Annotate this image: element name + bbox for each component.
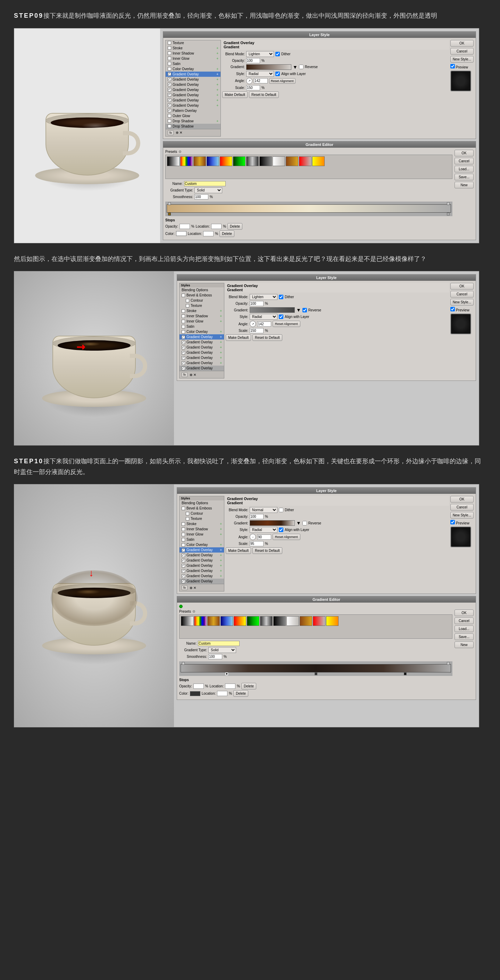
smooth-inp-2[interactable] (208, 654, 222, 659)
align-cb-3[interactable] (279, 528, 283, 532)
layer-item-satin[interactable]: Satin (166, 61, 221, 66)
cb[interactable] (186, 517, 189, 520)
blending-3[interactable]: Blending Options (179, 500, 224, 506)
cb[interactable] (182, 522, 185, 526)
loc-inp-2b[interactable] (217, 691, 227, 696)
cb[interactable] (182, 548, 185, 552)
cb[interactable] (182, 580, 185, 583)
gear-icon[interactable]: ⚙ (178, 150, 182, 154)
layer-item-texture[interactable]: Texture (166, 40, 221, 46)
bottom-stop-2b[interactable] (314, 673, 317, 675)
checkbox[interactable] (168, 78, 171, 81)
checkbox[interactable] (168, 46, 171, 50)
style-sel-2[interactable]: Radial (250, 314, 278, 320)
opacity-input[interactable] (246, 58, 260, 63)
cb[interactable] (182, 294, 185, 297)
gradient-bar-preview[interactable] (246, 64, 291, 70)
preset-yellow-2[interactable] (326, 616, 338, 626)
ge-cancel-2[interactable]: Cancel (454, 617, 474, 624)
ge-load-1[interactable]: Load... (454, 166, 474, 172)
preview-cb-2[interactable] (450, 307, 455, 311)
style-select[interactable]: Radial (246, 71, 274, 77)
layer-item-color-overlay[interactable]: Color Overlay + (166, 66, 221, 72)
checkbox[interactable] (168, 103, 171, 107)
preset-gold-2[interactable] (207, 616, 220, 626)
checkbox[interactable] (168, 51, 171, 55)
cb[interactable] (182, 346, 185, 349)
preset-rainbow[interactable] (180, 156, 193, 166)
bevel-3[interactable]: Bevel & Emboss (179, 506, 224, 511)
dither-cb-2[interactable] (279, 295, 283, 299)
angle-inp-3[interactable] (257, 535, 271, 540)
layer-item-inner-shadow[interactable]: Inner Shadow + (166, 51, 221, 56)
satin-item[interactable]: Satin (179, 324, 224, 329)
location-input-2[interactable] (203, 231, 214, 236)
layer-item-go4[interactable]: Gradient Overlay + (166, 87, 221, 92)
preset-gray-2[interactable] (260, 616, 273, 626)
preset-trans-2[interactable] (286, 616, 299, 626)
dither-cb-3[interactable] (279, 508, 283, 512)
go6-3[interactable]: Gradient Overlay + (179, 573, 224, 579)
preset-copper-2[interactable] (300, 616, 312, 626)
checkbox[interactable] (168, 62, 171, 65)
layer-item-go7[interactable]: Gradient Overlay + (166, 103, 221, 108)
scale-inp-2[interactable] (250, 328, 263, 333)
ok-button-1[interactable]: OK (450, 40, 474, 46)
reset-align-3[interactable]: Reset Alignment (273, 534, 300, 540)
ok-btn-2[interactable]: OK (450, 283, 474, 290)
cb[interactable] (182, 325, 185, 328)
angle-dial-3[interactable]: ↓ (250, 534, 256, 540)
checkbox[interactable] (168, 88, 171, 91)
checkbox[interactable] (168, 114, 171, 118)
bottom-stop-2c[interactable] (404, 673, 406, 675)
cb[interactable] (182, 320, 185, 323)
cb[interactable] (182, 309, 185, 313)
layer-item-drop-shadow[interactable]: Drop Shadow + (166, 118, 221, 124)
checkbox[interactable] (168, 67, 171, 70)
checkbox[interactable] (168, 99, 171, 102)
cb[interactable] (186, 304, 189, 307)
align-checkbox[interactable] (275, 72, 280, 76)
cb[interactable] (182, 538, 185, 541)
align-cb-2[interactable] (279, 315, 283, 319)
bottom-stop-1[interactable] (168, 213, 171, 215)
checkbox[interactable] (168, 109, 171, 112)
gradient-bar-main-2[interactable] (181, 664, 451, 673)
checkbox[interactable] (168, 93, 171, 97)
layer-item-outer-glow[interactable]: Outer Glow (166, 113, 221, 118)
reset-default-btn[interactable]: Reset to Default (249, 91, 279, 98)
del-2b[interactable]: Delete (233, 690, 248, 697)
cb[interactable] (182, 336, 185, 339)
make-default-btn[interactable]: Make Default (222, 91, 248, 98)
preset-red-trans[interactable] (299, 156, 311, 166)
angle-dial[interactable]: ↗ (246, 78, 252, 84)
go5-3[interactable]: Gradient Overlay + (179, 568, 224, 573)
inner-shadow-3[interactable]: Inner Shadow + (179, 527, 224, 532)
cb[interactable] (182, 330, 185, 334)
reverse-cb-2[interactable] (302, 308, 307, 312)
go7-3[interactable]: Gradient Overlay (179, 579, 224, 584)
preset-copper[interactable] (286, 156, 298, 166)
inner-shadow-item[interactable]: Inner Shadow + (179, 313, 224, 319)
ge-cancel-1[interactable]: Cancel (454, 158, 474, 164)
preset-blue[interactable] (206, 156, 219, 166)
preset-red-2[interactable] (234, 616, 246, 626)
cb[interactable] (182, 533, 185, 536)
layer-item-inner-glow[interactable]: Inner Glow + (166, 56, 221, 61)
opacity-inp-3[interactable] (250, 514, 263, 519)
ge-ok-2[interactable]: OK (454, 609, 474, 616)
preset-green-2[interactable] (247, 616, 259, 626)
color-overlay-item[interactable]: Color Overlay + (179, 329, 224, 334)
cb[interactable] (182, 554, 185, 557)
go4-2[interactable]: Gradient Overlay + (179, 350, 224, 355)
preset-dark[interactable] (259, 156, 272, 166)
reset-align-2[interactable]: Reset Alignment (273, 321, 300, 327)
cb[interactable] (182, 351, 185, 355)
inner-glow-3[interactable]: Inner Glow + (179, 532, 224, 537)
new-style-2[interactable]: New Style... (450, 299, 474, 305)
opacity-inp-2[interactable] (250, 301, 263, 306)
grad-dropdown-3[interactable]: ▼ (296, 520, 301, 526)
new-style-3[interactable]: New Style... (450, 512, 474, 519)
grad-dropdown-2[interactable]: ▼ (296, 307, 301, 313)
cb[interactable] (182, 528, 185, 531)
